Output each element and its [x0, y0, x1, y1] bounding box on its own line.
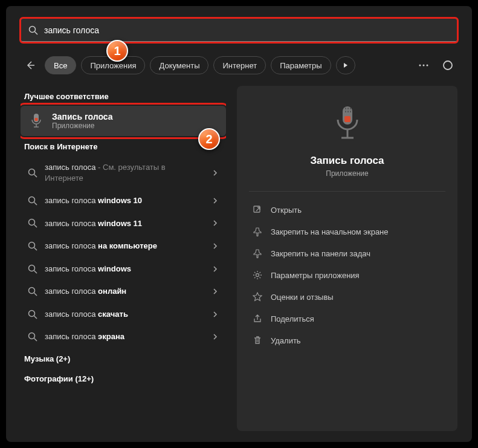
more-options-button[interactable]: [414, 56, 433, 75]
action-label: Закрепить на начальном экране: [271, 227, 389, 236]
best-match-item[interactable]: Запись голоса Приложение: [21, 106, 226, 136]
svg-line-14: [34, 202, 37, 205]
section-music[interactable]: Музыка (2+): [21, 348, 226, 368]
trash-icon: [253, 336, 262, 345]
action-pin-start[interactable]: Закрепить на начальном экране: [249, 221, 445, 242]
web-result-item[interactable]: запись голоса скачать: [21, 303, 226, 326]
star-icon: [253, 292, 262, 302]
section-photos[interactable]: Фотографии (12+): [21, 368, 226, 388]
filter-more-button[interactable]: [336, 56, 355, 74]
share-icon: [253, 314, 262, 323]
web-result-text: запись голоса экрана: [45, 331, 204, 342]
chevron-right-icon: [212, 333, 219, 340]
svg-point-3: [419, 65, 421, 67]
search-bar[interactable]: [21, 18, 457, 42]
action-label: Оценки и отзывы: [271, 293, 334, 302]
web-result-text: запись голоса онлайн: [45, 286, 204, 297]
arrow-left-icon: [25, 60, 35, 70]
best-match-subtitle: Приложение: [52, 122, 113, 130]
search-icon: [28, 310, 37, 319]
svg-point-23: [29, 310, 35, 316]
chevron-right-icon: [212, 311, 219, 318]
svg-rect-31: [350, 108, 351, 109]
web-result-item[interactable]: запись голоса windows: [21, 258, 226, 281]
svg-rect-28: [344, 116, 350, 122]
svg-point-15: [29, 219, 35, 226]
open-icon: [253, 205, 262, 215]
web-result-item[interactable]: запись голоса на компьютере: [21, 235, 226, 258]
svg-point-21: [29, 288, 35, 294]
svg-point-25: [29, 333, 35, 339]
action-share[interactable]: Поделиться: [249, 308, 445, 330]
dots-icon: [419, 64, 428, 67]
web-result-text: запись голоса скачать: [45, 309, 204, 320]
action-settings[interactable]: Параметры приложения: [249, 264, 445, 286]
web-result-item[interactable]: запись голоса - См. результаты в Интерне…: [21, 156, 226, 189]
pin-taskbar-icon: [253, 248, 262, 258]
annotation-badge-1: 1: [106, 40, 128, 62]
action-label: Параметры приложения: [271, 271, 360, 280]
search-icon: [28, 332, 37, 342]
web-result-text: запись голоса windows: [45, 264, 204, 274]
action-label: Закрепить на панели задач: [271, 249, 370, 258]
filter-settings[interactable]: Параметры: [271, 56, 331, 74]
preview-pane: Запись голоса Приложение ОткрытьЗакрепит…: [237, 86, 457, 431]
search-icon: [28, 25, 38, 35]
preview-subtitle: Приложение: [326, 169, 368, 178]
voice-recorder-large-icon: [329, 104, 366, 146]
svg-point-17: [29, 242, 35, 248]
pin-start-icon: [253, 227, 262, 236]
web-result-text: запись голоса windows 10: [45, 195, 204, 206]
svg-rect-8: [35, 118, 38, 121]
svg-point-5: [427, 65, 428, 67]
chevron-right-icon: [212, 288, 219, 295]
svg-line-26: [34, 339, 37, 342]
account-button[interactable]: [438, 56, 457, 75]
action-pin-taskbar[interactable]: Закрепить на панели задач: [249, 242, 445, 264]
action-open[interactable]: Открыть: [249, 199, 445, 221]
section-best-match: Лучшее соответствие: [21, 86, 226, 106]
play-icon: [343, 62, 349, 68]
action-label: Поделиться: [271, 314, 314, 323]
svg-point-0: [30, 26, 36, 32]
search-icon: [28, 196, 37, 206]
search-icon: [28, 287, 37, 296]
action-label: Открыть: [271, 206, 302, 215]
chevron-right-icon: [212, 242, 219, 250]
svg-point-13: [29, 196, 35, 203]
search-panel: 1 Все Приложения Документы Интернет Пара…: [6, 6, 472, 442]
search-icon: [28, 218, 37, 228]
best-match-title: Запись голоса: [52, 112, 113, 122]
web-result-item[interactable]: запись голоса windows 11: [21, 212, 226, 235]
chevron-right-icon: [212, 197, 219, 204]
filter-internet[interactable]: Интернет: [213, 56, 266, 74]
preview-title: Запись голоса: [310, 155, 384, 167]
svg-line-18: [34, 247, 37, 250]
web-result-item[interactable]: запись голоса windows 10: [21, 189, 226, 212]
svg-rect-33: [347, 111, 349, 112]
web-result-item[interactable]: запись голоса онлайн: [21, 280, 226, 303]
filter-documents[interactable]: Документы: [150, 56, 208, 74]
svg-line-20: [34, 270, 37, 273]
filter-row: Все Приложения Документы Интернет Параме…: [21, 54, 457, 76]
action-trash[interactable]: Удалить: [249, 330, 445, 351]
svg-point-4: [423, 65, 425, 67]
svg-rect-30: [347, 108, 349, 109]
svg-line-1: [35, 31, 38, 34]
search-input[interactable]: [44, 25, 450, 35]
svg-point-11: [29, 169, 35, 175]
svg-point-6: [444, 61, 452, 70]
svg-line-12: [34, 174, 37, 177]
chevron-right-icon: [212, 265, 219, 273]
back-button[interactable]: [21, 56, 40, 75]
chevron-right-icon: [212, 169, 219, 177]
web-result-item[interactable]: запись голоса экрана: [21, 325, 226, 348]
circle-icon: [442, 60, 453, 71]
svg-rect-34: [350, 111, 351, 112]
svg-rect-29: [345, 108, 346, 109]
chevron-right-icon: [212, 219, 219, 227]
filter-all[interactable]: Все: [45, 56, 76, 74]
settings-icon: [253, 270, 262, 280]
divider: [249, 191, 445, 192]
action-star[interactable]: Оценки и отзывы: [249, 286, 445, 308]
